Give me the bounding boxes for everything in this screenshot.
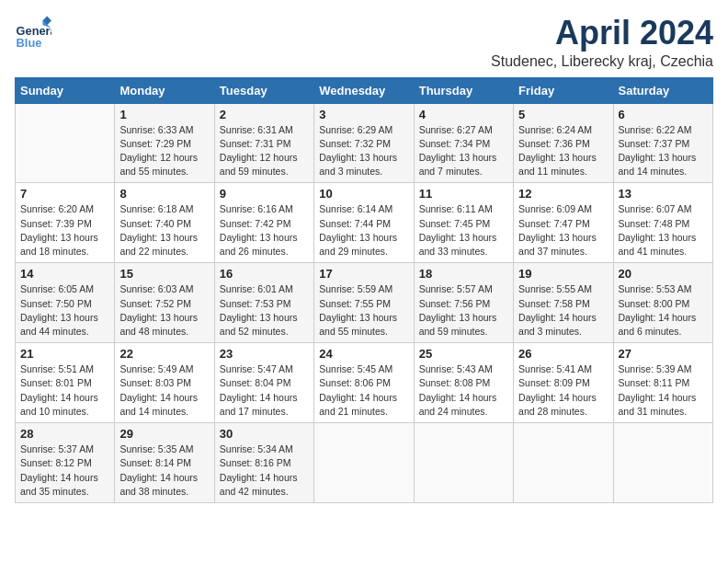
calendar-cell: 2Sunrise: 6:31 AM Sunset: 7:31 PM Daylig… <box>214 103 313 183</box>
calendar-cell <box>16 103 115 183</box>
day-info: Sunrise: 5:34 AM Sunset: 8:16 PM Dayligh… <box>220 442 309 499</box>
day-number: 4 <box>419 108 508 121</box>
calendar-cell <box>514 423 613 503</box>
day-number: 3 <box>319 108 408 121</box>
logo-icon: General Blue <box>15 15 51 52</box>
week-row-2: 7Sunrise: 6:20 AM Sunset: 7:39 PM Daylig… <box>16 183 713 263</box>
calendar-cell: 12Sunrise: 6:09 AM Sunset: 7:47 PM Dayli… <box>514 183 613 263</box>
day-info: Sunrise: 6:03 AM Sunset: 7:52 PM Dayligh… <box>119 282 209 339</box>
day-info: Sunrise: 5:45 AM Sunset: 8:06 PM Dayligh… <box>319 362 408 419</box>
day-info: Sunrise: 5:35 AM Sunset: 8:14 PM Dayligh… <box>119 442 209 499</box>
calendar-cell: 3Sunrise: 6:29 AM Sunset: 7:32 PM Daylig… <box>314 103 414 183</box>
calendar-cell: 24Sunrise: 5:45 AM Sunset: 8:06 PM Dayli… <box>314 343 414 423</box>
svg-text:Blue: Blue <box>17 36 42 50</box>
title-block: April 2024 Studenec, Liberecky kraj, Cze… <box>491 15 713 70</box>
calendar-cell: 26Sunrise: 5:41 AM Sunset: 8:09 PM Dayli… <box>514 343 613 423</box>
day-number: 20 <box>619 267 708 281</box>
calendar-cell: 21Sunrise: 5:51 AM Sunset: 8:01 PM Dayli… <box>16 343 115 423</box>
day-number: 12 <box>518 187 608 201</box>
calendar-cell: 1Sunrise: 6:33 AM Sunset: 7:29 PM Daylig… <box>115 103 214 183</box>
day-info: Sunrise: 6:09 AM Sunset: 7:47 PM Dayligh… <box>518 202 608 259</box>
day-number: 25 <box>419 347 508 361</box>
day-number: 14 <box>20 267 109 281</box>
calendar-cell: 10Sunrise: 6:14 AM Sunset: 7:44 PM Dayli… <box>314 183 414 263</box>
day-info: Sunrise: 5:49 AM Sunset: 8:03 PM Dayligh… <box>119 362 209 419</box>
day-number: 17 <box>319 267 408 281</box>
week-row-1: 1Sunrise: 6:33 AM Sunset: 7:29 PM Daylig… <box>16 103 713 183</box>
day-number: 24 <box>319 347 408 361</box>
day-number: 8 <box>119 187 209 201</box>
day-info: Sunrise: 6:18 AM Sunset: 7:40 PM Dayligh… <box>119 202 209 259</box>
day-info: Sunrise: 5:55 AM Sunset: 7:58 PM Dayligh… <box>518 282 608 339</box>
day-info: Sunrise: 6:33 AM Sunset: 7:29 PM Dayligh… <box>119 123 209 179</box>
day-info: Sunrise: 6:07 AM Sunset: 7:48 PM Dayligh… <box>619 202 708 259</box>
calendar-cell: 30Sunrise: 5:34 AM Sunset: 8:16 PM Dayli… <box>214 423 313 503</box>
day-info: Sunrise: 5:51 AM Sunset: 8:01 PM Dayligh… <box>20 362 109 419</box>
calendar-cell: 28Sunrise: 5:37 AM Sunset: 8:12 PM Dayli… <box>16 423 115 503</box>
calendar-cell: 4Sunrise: 6:27 AM Sunset: 7:34 PM Daylig… <box>414 103 513 183</box>
calendar-cell <box>314 423 414 503</box>
calendar-cell: 29Sunrise: 5:35 AM Sunset: 8:14 PM Dayli… <box>115 423 214 503</box>
day-info: Sunrise: 6:20 AM Sunset: 7:39 PM Dayligh… <box>20 202 109 259</box>
day-number: 19 <box>518 267 608 281</box>
calendar-cell: 22Sunrise: 5:49 AM Sunset: 8:03 PM Dayli… <box>115 343 214 423</box>
day-number: 21 <box>20 347 109 361</box>
weekday-header-thursday: Thursday <box>414 77 513 103</box>
day-info: Sunrise: 5:53 AM Sunset: 8:00 PM Dayligh… <box>619 282 708 339</box>
day-info: Sunrise: 5:57 AM Sunset: 7:56 PM Dayligh… <box>419 282 508 339</box>
day-number: 10 <box>319 187 408 201</box>
day-number: 18 <box>419 267 508 281</box>
day-info: Sunrise: 6:05 AM Sunset: 7:50 PM Dayligh… <box>20 282 109 339</box>
weekday-header-sunday: Sunday <box>16 77 115 103</box>
calendar-cell: 23Sunrise: 5:47 AM Sunset: 8:04 PM Dayli… <box>214 343 313 423</box>
location: Studenec, Liberecky kraj, Czechia <box>491 53 713 70</box>
day-number: 15 <box>119 267 209 281</box>
calendar-table: SundayMondayTuesdayWednesdayThursdayFrid… <box>15 77 713 503</box>
day-number: 9 <box>220 187 309 201</box>
week-row-5: 28Sunrise: 5:37 AM Sunset: 8:12 PM Dayli… <box>16 423 713 503</box>
calendar-cell: 5Sunrise: 6:24 AM Sunset: 7:36 PM Daylig… <box>514 103 613 183</box>
week-row-4: 21Sunrise: 5:51 AM Sunset: 8:01 PM Dayli… <box>16 343 713 423</box>
weekday-header-monday: Monday <box>115 77 214 103</box>
day-info: Sunrise: 5:41 AM Sunset: 8:09 PM Dayligh… <box>518 362 608 419</box>
day-info: Sunrise: 6:22 AM Sunset: 7:37 PM Dayligh… <box>619 123 708 179</box>
calendar-cell: 20Sunrise: 5:53 AM Sunset: 8:00 PM Dayli… <box>613 263 712 343</box>
page-header: General Blue April 2024 Studenec, Libere… <box>15 15 713 70</box>
week-row-3: 14Sunrise: 6:05 AM Sunset: 7:50 PM Dayli… <box>16 263 713 343</box>
day-info: Sunrise: 6:31 AM Sunset: 7:31 PM Dayligh… <box>220 123 309 179</box>
day-info: Sunrise: 6:27 AM Sunset: 7:34 PM Dayligh… <box>419 123 508 179</box>
logo: General Blue <box>15 15 51 52</box>
day-number: 6 <box>619 108 708 121</box>
calendar-cell: 16Sunrise: 6:01 AM Sunset: 7:53 PM Dayli… <box>214 263 313 343</box>
day-info: Sunrise: 6:24 AM Sunset: 7:36 PM Dayligh… <box>518 123 608 179</box>
day-number: 16 <box>220 267 309 281</box>
month-title: April 2024 <box>491 15 713 52</box>
day-number: 30 <box>220 427 309 441</box>
weekday-header-tuesday: Tuesday <box>214 77 313 103</box>
weekday-header-wednesday: Wednesday <box>314 77 414 103</box>
calendar-cell: 6Sunrise: 6:22 AM Sunset: 7:37 PM Daylig… <box>613 103 712 183</box>
calendar-cell <box>613 423 712 503</box>
calendar-cell: 25Sunrise: 5:43 AM Sunset: 8:08 PM Dayli… <box>414 343 513 423</box>
day-info: Sunrise: 6:16 AM Sunset: 7:42 PM Dayligh… <box>220 202 309 259</box>
day-number: 26 <box>518 347 608 361</box>
day-number: 22 <box>119 347 209 361</box>
day-number: 27 <box>619 347 708 361</box>
day-number: 29 <box>119 427 209 441</box>
calendar-cell <box>414 423 513 503</box>
day-info: Sunrise: 5:43 AM Sunset: 8:08 PM Dayligh… <box>419 362 508 419</box>
day-info: Sunrise: 5:47 AM Sunset: 8:04 PM Dayligh… <box>220 362 309 419</box>
day-info: Sunrise: 6:11 AM Sunset: 7:45 PM Dayligh… <box>419 202 508 259</box>
day-info: Sunrise: 5:59 AM Sunset: 7:55 PM Dayligh… <box>319 282 408 339</box>
day-number: 5 <box>518 108 608 121</box>
calendar-cell: 7Sunrise: 6:20 AM Sunset: 7:39 PM Daylig… <box>16 183 115 263</box>
day-number: 1 <box>119 108 209 121</box>
calendar-cell: 15Sunrise: 6:03 AM Sunset: 7:52 PM Dayli… <box>115 263 214 343</box>
weekday-header-friday: Friday <box>514 77 613 103</box>
calendar-cell: 11Sunrise: 6:11 AM Sunset: 7:45 PM Dayli… <box>414 183 513 263</box>
calendar-cell: 18Sunrise: 5:57 AM Sunset: 7:56 PM Dayli… <box>414 263 513 343</box>
calendar-cell: 19Sunrise: 5:55 AM Sunset: 7:58 PM Dayli… <box>514 263 613 343</box>
calendar-cell: 13Sunrise: 6:07 AM Sunset: 7:48 PM Dayli… <box>613 183 712 263</box>
calendar-cell: 14Sunrise: 6:05 AM Sunset: 7:50 PM Dayli… <box>16 263 115 343</box>
day-number: 11 <box>419 187 508 201</box>
